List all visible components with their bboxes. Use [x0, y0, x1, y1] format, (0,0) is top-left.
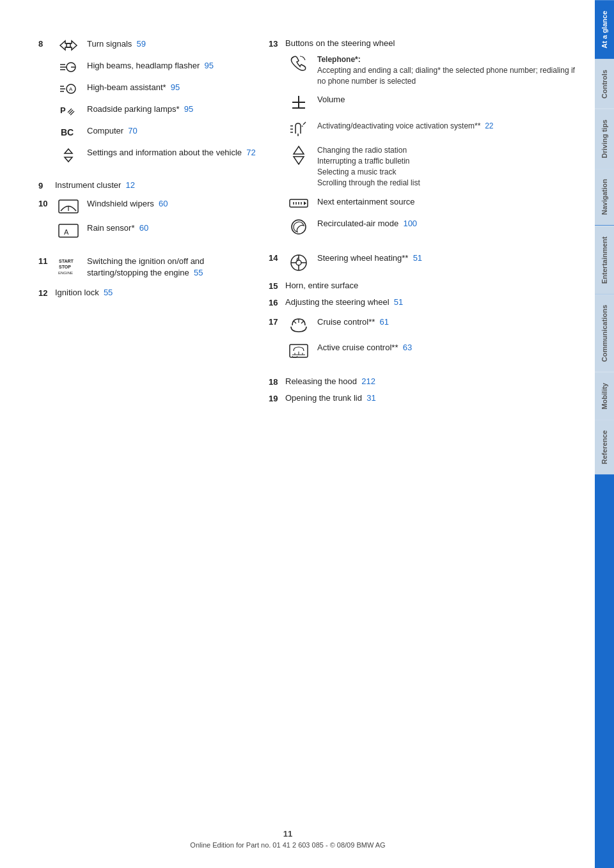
item-number-11: 11 [38, 256, 52, 266]
page-footer: 11 Online Edition for Part no. 01 41 2 6… [0, 829, 576, 849]
sidebar-tab-at-a-glance[interactable]: At a glance [595, 0, 614, 59]
steering-wheel-heating-icon [285, 252, 312, 273]
svg-text:A: A [69, 86, 73, 92]
section-14: 14 Steering wheel heatin [269, 252, 576, 273]
parking-lamps-label: Roadside parking lamps [87, 104, 176, 114]
sidebar-tab-navigation[interactable]: Navigation [595, 168, 614, 225]
computer-bc-icon: BC [55, 125, 82, 139]
telephone-label: Telephone*: [317, 54, 576, 65]
ignition-lock-label: Ignition lock [55, 288, 99, 297]
svg-text:START: START [59, 259, 74, 263]
left-column: 8 Turn signals [38, 38, 256, 411]
adjust-steering-page[interactable]: 51 [394, 297, 403, 307]
svg-marker-41 [304, 201, 306, 205]
section-13: 13 Buttons on the steering wheel [269, 38, 576, 244]
high-beam-assistant-page[interactable]: 95 [171, 82, 180, 92]
item-turn-signals: Turn signals 59 [55, 38, 256, 52]
item-computer: BC Computer 70 [55, 125, 256, 139]
ignition-page[interactable]: 55 [194, 268, 203, 277]
telephone-icon [285, 54, 312, 71]
radio-changing-label: Changing the radio station [317, 145, 576, 156]
sidebar-tab-entertainment[interactable]: Entertainment [595, 226, 614, 294]
voice-activation-label: Activating/deactivating voice activation… [317, 121, 478, 130]
settings-label: Settings and information about the vehic… [87, 148, 242, 157]
section-18: 18 Releasing the hood 212 [269, 376, 576, 387]
recirculated-air-page[interactable]: 100 [403, 219, 417, 228]
steering-wheel-heating-page[interactable]: 51 [413, 253, 422, 263]
sidebar-tab-controls[interactable]: Controls [595, 59, 614, 109]
svg-text:ENGINE: ENGINE [58, 271, 73, 275]
sidebar-tab-reference[interactable]: Reference [595, 419, 614, 474]
section-8: 8 Turn signals [38, 38, 256, 171]
section-9: 9 Instrument cluster 12 [38, 180, 256, 190]
turn-signals-icon [55, 38, 82, 52]
wipers-page[interactable]: 60 [159, 199, 168, 208]
sidebar: At a glance Controls Driving tips Naviga… [595, 0, 614, 868]
voice-activation-page[interactable]: 22 [485, 121, 493, 130]
parking-lamps-icon: P [55, 104, 82, 118]
item-wipers: Windshield wipers 60 [55, 198, 256, 215]
item-number-8: 8 [38, 38, 52, 49]
section-10: 10 Windshie [38, 198, 256, 247]
svg-marker-16 [65, 149, 72, 153]
active-cruise-icon [285, 342, 312, 360]
item-number-17: 17 [269, 316, 283, 327]
section-11: 11 START STOP ENGINE Switching the ignit… [38, 256, 256, 279]
computer-page[interactable]: 70 [128, 126, 137, 136]
active-cruise-label: Active cruise control* [317, 343, 395, 352]
high-beam-label: High beams, headlamp flasher [87, 61, 200, 70]
cruise-control-icon [285, 316, 312, 334]
radio-scrolling-label: Scrolling through the redial list [317, 178, 576, 189]
radio-interrupting-label: Interrupting a traffic bulletin [317, 156, 576, 167]
svg-line-33 [303, 122, 306, 125]
footer-text: Online Edition for Part no. 01 41 2 603 … [0, 841, 576, 849]
cruise-control-page[interactable]: 61 [380, 317, 389, 327]
item-cruise-control: Cruise control** 61 [285, 316, 576, 334]
svg-text:*: * [301, 124, 303, 130]
trunk-page[interactable]: 31 [366, 393, 375, 403]
turn-signals-page[interactable]: 59 [137, 39, 146, 49]
item-number-19: 19 [269, 393, 283, 403]
ignition-lock-page[interactable]: 55 [104, 288, 113, 297]
high-beam-page[interactable]: 95 [205, 61, 214, 70]
svg-text:BC: BC [61, 127, 74, 137]
svg-marker-35 [294, 157, 304, 164]
wipers-label: Windshield wipers [87, 199, 154, 208]
svg-line-50 [294, 321, 296, 323]
rain-sensor-page[interactable]: 60 [139, 223, 148, 233]
item-number-18: 18 [269, 376, 283, 387]
sidebar-tab-mobility[interactable]: Mobility [595, 372, 614, 420]
section-17: 17 [269, 316, 576, 368]
radio-selecting-label: Selecting a music track [317, 167, 576, 178]
item-voice-activation: * Activating/deactivating voice activati… [285, 121, 576, 137]
hood-page[interactable]: 212 [361, 376, 375, 386]
instrument-cluster-page[interactable]: 12 [126, 180, 135, 190]
item-telephone: Telephone*: Accepting and ending a call;… [285, 54, 576, 86]
item-number-10: 10 [38, 198, 52, 208]
volume-icon [285, 94, 312, 113]
svg-line-51 [301, 321, 304, 323]
radio-icons [285, 145, 312, 166]
turn-signals-label: Turn signals [87, 39, 132, 49]
item-number-13: 13 [269, 38, 283, 49]
section-12: 12 Ignition lock 55 [38, 288, 256, 298]
sidebar-tab-communications[interactable]: Communications [595, 294, 614, 372]
cruise-control-label: Cruise control* [317, 317, 372, 327]
computer-label: Computer [87, 126, 123, 136]
section-15: 15 Horn, entire surface [269, 281, 576, 291]
recirculated-air-label: Recirculated-air mode [317, 219, 398, 228]
item-number-12: 12 [38, 288, 52, 298]
next-source-icon [285, 196, 312, 210]
svg-marker-17 [65, 157, 72, 162]
voice-activation-icon: * [285, 121, 312, 137]
settings-page[interactable]: 72 [246, 148, 255, 157]
svg-text:A: A [64, 228, 69, 236]
svg-marker-34 [294, 146, 304, 154]
sidebar-tab-driving-tips[interactable]: Driving tips [595, 109, 614, 169]
svg-marker-1 [67, 41, 77, 50]
active-cruise-page[interactable]: 63 [403, 343, 412, 352]
right-column: 13 Buttons on the steering wheel [269, 38, 576, 411]
volume-label: Volume [317, 95, 345, 104]
parking-lamps-page[interactable]: 95 [184, 104, 193, 114]
instrument-cluster-label: Instrument cluster [55, 180, 121, 190]
